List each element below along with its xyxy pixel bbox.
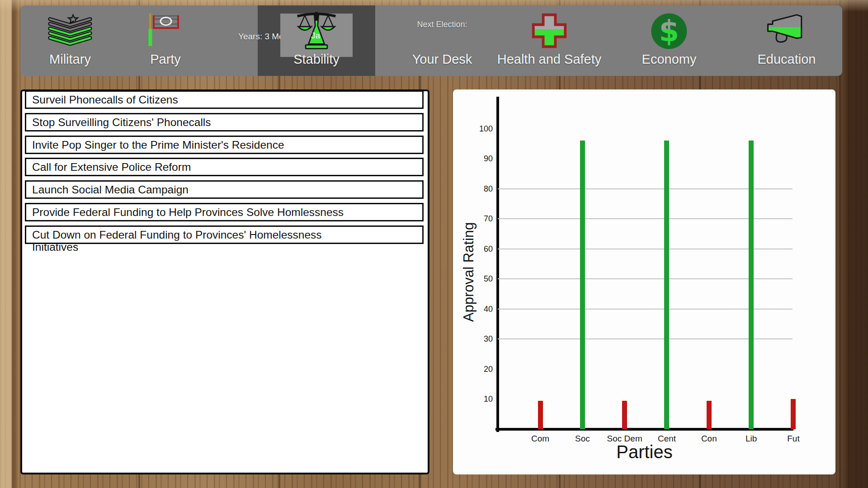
y-tick-label: 90 xyxy=(465,154,493,163)
approval-bar xyxy=(538,401,543,429)
medical-cross-icon xyxy=(530,12,569,50)
y-axis-line xyxy=(496,97,499,432)
x-category-label: Lib xyxy=(730,434,773,444)
game-screen: Years: 3 Mo Military xyxy=(0,0,868,488)
tab-education[interactable]: Education xyxy=(728,5,845,76)
tab-label: Your Desk xyxy=(383,52,501,67)
tab-your-desk[interactable]: Next Election: Your Desk xyxy=(383,5,501,76)
tab-label: Stability xyxy=(258,52,375,67)
x-axis-title: Parties xyxy=(496,442,793,462)
y-tick-label: 40 xyxy=(465,305,493,314)
x-category-label: Cent xyxy=(645,434,689,444)
y-tick-label: 30 xyxy=(465,334,493,343)
rank-chevrons-icon xyxy=(47,12,94,47)
x-category-label: Con xyxy=(687,434,731,444)
y-tick-label: 100 xyxy=(465,124,493,133)
tab-label: Party xyxy=(107,52,224,67)
approval-bar xyxy=(707,401,712,429)
tab-health-and-safety[interactable]: Health and Safety xyxy=(491,5,608,76)
action-button[interactable]: Surveil Phonecalls of Citizens xyxy=(25,90,424,109)
x-category-label: Soc xyxy=(561,434,604,444)
tab-label: Economy xyxy=(610,52,728,67)
x-category-label: Soc Dem xyxy=(603,434,646,444)
next-election-label: Next Election: xyxy=(383,20,501,29)
tab-label: Education xyxy=(728,52,845,67)
y-tick-label: 60 xyxy=(465,244,493,253)
action-button[interactable]: Launch Social Media Campaign xyxy=(25,180,424,199)
approval-bar xyxy=(622,401,627,429)
flag-icon xyxy=(147,12,184,48)
action-button[interactable]: Cut Down on Federal Funding to Provinces… xyxy=(25,225,424,244)
top-navbar: Years: 3 Mo Military xyxy=(20,5,842,76)
tab-stability[interactable]: Ja Stability xyxy=(258,5,375,76)
action-button[interactable]: Invite Pop Singer to the Prime Minister'… xyxy=(25,136,424,154)
tab-label: Health and Safety xyxy=(491,52,608,67)
election-date-fragment: Ja xyxy=(311,31,320,41)
approval-bar xyxy=(791,399,796,429)
y-tick-label: 20 xyxy=(465,365,493,374)
approval-bar xyxy=(580,141,585,429)
y-tick-label: 50 xyxy=(465,274,493,283)
approval-bar xyxy=(749,141,754,429)
x-category-label: Com xyxy=(519,434,562,444)
approval-bar xyxy=(664,141,669,429)
action-button[interactable]: Provide Federal Funding to Help Province… xyxy=(25,203,424,221)
megaphone-icon xyxy=(760,12,813,49)
approval-chart-panel: Parties Approval Rating 1020304050607080… xyxy=(453,89,835,474)
y-tick-label: 70 xyxy=(465,214,493,223)
x-category-label: Fut xyxy=(772,434,815,444)
action-button[interactable]: Stop Surveilling Citizens' Phonecalls xyxy=(25,113,424,131)
y-tick-label: 10 xyxy=(465,394,493,404)
tab-party[interactable]: Party xyxy=(107,5,224,76)
y-tick-label: 80 xyxy=(465,184,493,193)
tab-economy[interactable]: $ Economy xyxy=(610,5,728,76)
actions-panel: Surveil Phonecalls of CitizensStop Surve… xyxy=(20,89,429,474)
dollar-coin-icon: $ xyxy=(649,12,689,51)
action-button[interactable]: Call for Extensive Police Reform xyxy=(25,158,424,176)
svg-text:$: $ xyxy=(659,14,679,48)
